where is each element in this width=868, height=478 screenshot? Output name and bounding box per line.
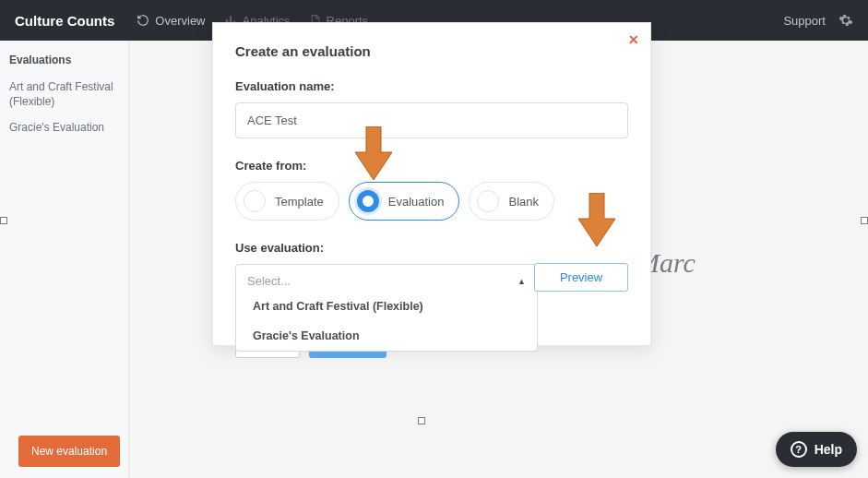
sidebar-item-art-craft[interactable]: Art and Craft Festival (Flexible) (9, 79, 119, 109)
evaluation-name-input[interactable] (235, 102, 628, 138)
option-evaluation-label: Evaluation (388, 195, 445, 209)
refresh-icon (137, 14, 149, 27)
dropdown-item-art-craft[interactable]: Art and Craft Festival (Flexible) (236, 292, 537, 321)
option-template[interactable]: Template (235, 182, 339, 221)
help-widget[interactable]: ? Help (776, 432, 857, 467)
radio-icon (477, 190, 499, 212)
radio-icon (244, 190, 266, 212)
evaluation-name-label: Evaluation name: (235, 79, 628, 93)
help-icon: ? (791, 441, 807, 458)
caret-up-icon: ▲ (517, 277, 526, 286)
create-from-label: Create from: (235, 159, 628, 173)
create-evaluation-modal: ✕ Create an evaluation Evaluation name: … (212, 22, 651, 346)
option-template-label: Template (275, 195, 324, 209)
close-icon[interactable]: ✕ (628, 32, 639, 47)
support-link[interactable]: Support (783, 14, 826, 28)
gear-icon[interactable] (838, 13, 853, 28)
option-blank[interactable]: Blank (469, 182, 554, 221)
dropdown-item-gracie[interactable]: Gracie's Evaluation (236, 321, 537, 351)
evaluation-dropdown: Art and Craft Festival (Flexible) Gracie… (235, 292, 538, 352)
sidebar-heading: Evaluations (9, 54, 119, 66)
modal-title: Create an evaluation (235, 43, 628, 59)
nav-overview[interactable]: Overview (137, 14, 205, 28)
option-evaluation[interactable]: Evaluation (349, 182, 460, 221)
select-placeholder: Select... (247, 274, 291, 288)
preview-button[interactable]: Preview (534, 263, 628, 292)
sidebar-item-gracie[interactable]: Gracie's Evaluation (9, 120, 119, 135)
resize-handle-bottom[interactable] (418, 417, 425, 424)
use-evaluation-label: Use evaluation: (235, 241, 628, 255)
brand-title: Culture Counts (15, 13, 114, 29)
resize-handle-left[interactable] (0, 217, 7, 224)
sidebar: Evaluations Art and Craft Festival (Flex… (0, 41, 129, 478)
help-label: Help (814, 442, 842, 457)
new-evaluation-button[interactable]: New evaluation (18, 436, 120, 467)
resize-handle-right[interactable] (861, 217, 868, 224)
nav-overview-label: Overview (155, 14, 205, 28)
annotation-arrow-evaluation (355, 126, 392, 180)
option-blank-label: Blank (508, 195, 539, 209)
annotation-arrow-preview (578, 193, 615, 246)
radio-icon (357, 190, 379, 212)
